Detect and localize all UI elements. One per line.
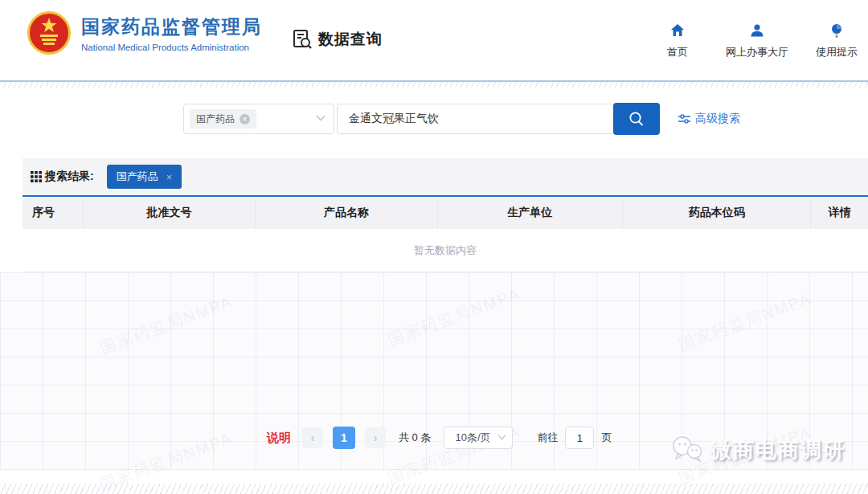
prev-page-button[interactable]: ‹	[302, 427, 323, 448]
chevron-left-icon: ‹	[311, 431, 315, 444]
category-tag-label: 国产药品	[196, 112, 235, 126]
header-nav: 首页 网上办事大厅 使用提示	[657, 22, 858, 59]
bulb-icon	[829, 22, 845, 39]
watermark: 国家药监局NMPA	[97, 291, 236, 359]
nav-item-tips[interactable]: 使用提示	[816, 22, 858, 59]
page-header: 国家药品监督管理局 National Medical Products Admi…	[0, 0, 868, 80]
results-bar: 搜索结果: 国产药品 ×	[23, 158, 868, 195]
goto-label: 前往	[537, 431, 558, 445]
search-section: 国产药品 × 高级搜索	[183, 103, 868, 135]
page-size-value: 10条/页	[455, 431, 490, 445]
col-header-details: 详情	[811, 197, 867, 229]
app-title: 数据查询	[292, 29, 383, 50]
brand-watermark: 微商电商调研	[670, 435, 845, 465]
chevron-right-icon: ›	[374, 431, 378, 444]
table-header-row: 序号 批准文号 产品名称 生产单位 药品本位码 详情	[23, 197, 868, 229]
wechat-icon	[670, 435, 704, 465]
advanced-search-link[interactable]: 高级搜索	[678, 112, 740, 126]
filter-sliders-icon	[678, 113, 690, 125]
data-query-icon	[292, 29, 313, 50]
tag-remove-icon[interactable]: ×	[240, 114, 250, 125]
home-icon	[669, 22, 686, 39]
user-icon	[749, 22, 765, 39]
grid-icon	[31, 171, 42, 182]
current-page-button[interactable]: 1	[333, 427, 355, 449]
chip-close-icon[interactable]: ×	[166, 171, 173, 183]
national-emblem-icon	[27, 11, 71, 55]
nav-item-home[interactable]: 首页	[657, 22, 698, 59]
chevron-down-icon	[497, 435, 506, 440]
org-subtitle: National Medical Products Administration	[81, 43, 262, 52]
category-select[interactable]: 国产药品 ×	[183, 104, 334, 134]
watermark: 国家药监局NMPA	[676, 288, 815, 356]
goto-page-input[interactable]	[565, 427, 594, 449]
org-title: 国家药品监督管理局	[81, 14, 262, 39]
header-stripe-texture	[0, 82, 868, 88]
goto-page: 前往 页	[537, 427, 612, 449]
filter-chip-label: 国产药品	[117, 169, 158, 184]
search-icon	[628, 110, 645, 128]
page-size-select[interactable]: 10条/页	[444, 427, 513, 449]
nav-label-service-hall: 网上办事大厅	[726, 45, 788, 59]
search-button[interactable]	[613, 103, 660, 135]
goto-unit: 页	[601, 431, 612, 445]
app-title-label: 数据查询	[318, 29, 383, 50]
empty-state: 暂无数据内容	[23, 229, 868, 272]
logo[interactable]: 国家药品监督管理局 National Medical Products Admi…	[27, 11, 262, 55]
total-count: 共 0 条	[399, 431, 431, 445]
note-link[interactable]: 说明	[267, 431, 291, 446]
filter-chip[interactable]: 国产药品 ×	[107, 165, 182, 189]
col-header-seq: 序号	[23, 197, 84, 229]
nav-label-tips: 使用提示	[816, 45, 858, 59]
col-header-approval-no: 批准文号	[84, 197, 256, 229]
brand-text: 微商电商调研	[710, 436, 845, 464]
nav-item-service-hall[interactable]: 网上办事大厅	[726, 22, 788, 59]
results-label: 搜索结果:	[31, 169, 94, 184]
col-header-drug-code: 药品本位码	[623, 197, 812, 229]
search-input[interactable]	[337, 104, 615, 134]
table-body-area: 国家药监局NMPA 国家药监局NMPA 国家药监局NMPA 国家药监局NMPA …	[0, 272, 868, 470]
advanced-search-label: 高级搜索	[695, 112, 740, 126]
nav-label-home: 首页	[667, 45, 688, 59]
category-tag: 国产药品 ×	[190, 109, 256, 129]
pagination: 说明 ‹ 1 › 共 0 条 10条/页 前往 页	[267, 427, 612, 449]
results-table: 序号 批准文号 产品名称 生产单位 药品本位码 详情 暂无数据内容	[23, 195, 868, 272]
col-header-manufacturer: 生产单位	[438, 197, 623, 229]
next-page-button[interactable]: ›	[365, 427, 386, 448]
watermark: 国家药监局NMPA	[385, 283, 524, 351]
results-label-text: 搜索结果:	[45, 169, 94, 184]
chevron-down-icon	[316, 115, 326, 121]
col-header-product-name: 产品名称	[256, 197, 437, 229]
logo-text: 国家药品监督管理局 National Medical Products Admi…	[81, 14, 262, 52]
